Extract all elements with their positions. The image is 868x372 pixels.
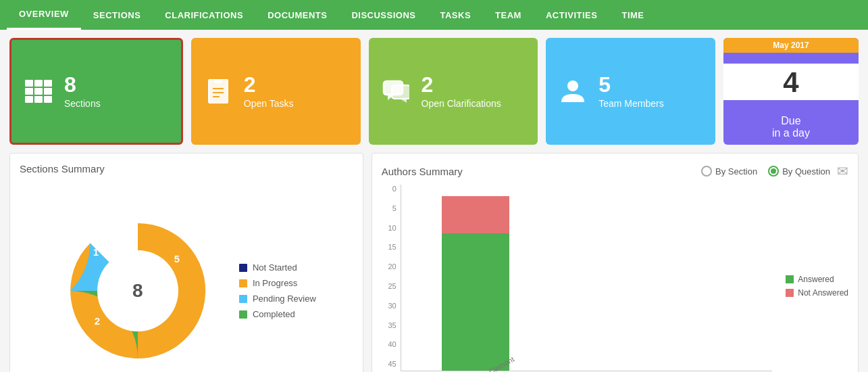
sections-icon [24, 80, 53, 103]
bar-legend-dot-answered [786, 275, 794, 283]
sections-text: 8 Sections [64, 74, 101, 109]
team-icon [558, 79, 588, 103]
svg-rect-0 [25, 80, 33, 87]
radio-outer-question [768, 166, 779, 177]
legend-completed: Completed [239, 309, 316, 319]
svg-rect-18 [392, 85, 409, 99]
clarifications-label: Open Clarifications [422, 98, 501, 109]
radio-group: By Section By Question [701, 166, 830, 177]
team-text: 5 Team Members [598, 74, 663, 109]
legend-label-not-started: Not Started [253, 262, 297, 273]
legend-label-in-progress: In Progress [253, 278, 297, 288]
legend-dot-in-progress [239, 279, 247, 287]
due-sublabel: in a day [772, 127, 810, 139]
bar-legend-label-answered: Answered [798, 275, 834, 284]
widgets-row: 8 Sections 2 Open Tasks [0, 30, 868, 153]
nav-item-sections[interactable]: SECTIONS [81, 0, 153, 30]
due-title: Due in a day [723, 111, 859, 145]
svg-text:5: 5 [174, 253, 180, 264]
svg-rect-3 [25, 88, 33, 95]
svg-rect-5 [44, 88, 52, 95]
radio-outer-section [701, 166, 712, 177]
nav-item-tasks[interactable]: TASKS [428, 0, 483, 30]
sections-label: Sections [64, 98, 101, 109]
bar-legend-dot-not-answered [786, 289, 794, 297]
main-panels: Sections Summary [0, 153, 868, 372]
bar-chart-inner: 50 45 40 35 30 25 20 15 10 5 0 [382, 185, 848, 372]
svg-rect-1 [34, 80, 43, 87]
authors-summary-panel: Authors Summary By Section By Question ✉ [372, 153, 859, 372]
svg-rect-11 [214, 79, 222, 83]
sections-summary-panel: Sections Summary [9, 153, 363, 372]
svg-rect-8 [44, 96, 52, 103]
nav-item-team[interactable]: TEAM [483, 0, 534, 30]
nav-item-time[interactable]: TIME [609, 0, 656, 30]
bar-legend-not-answered: Not Answered [786, 288, 848, 298]
clarifications-widget[interactable]: 2 Open Clarifications [369, 38, 538, 145]
svg-rect-4 [34, 88, 43, 95]
authors-title: Authors Summary [382, 166, 694, 177]
nav-item-activities[interactable]: ACTIVITIES [534, 0, 610, 30]
clarifications-text: 2 Open Clarifications [422, 74, 501, 109]
bar-legend: Answered Not Answered [772, 185, 848, 372]
svg-rect-7 [34, 96, 43, 103]
bar-group-mark [442, 185, 509, 371]
due-day: 4 [723, 64, 859, 100]
svg-rect-2 [44, 80, 52, 87]
chart-body: Mark Clement [401, 185, 773, 372]
sections-summary-title: Sections Summary [20, 163, 353, 175]
tasks-widget[interactable]: 2 Open Tasks [191, 38, 361, 145]
team-label: Team Members [598, 98, 663, 109]
radio-by-question[interactable]: By Question [768, 166, 830, 177]
bar-chart-area: 50 45 40 35 30 25 20 15 10 5 0 [382, 185, 848, 372]
svg-point-21 [567, 80, 578, 91]
sections-widget[interactable]: 8 Sections [9, 38, 183, 145]
tasks-icon [203, 79, 233, 103]
nav-item-documents[interactable]: DOCUMENTS [255, 0, 339, 30]
legend-pending-review: Pending Review [239, 294, 316, 304]
tasks-text: 2 Open Tasks [244, 74, 294, 109]
svg-text:2: 2 [95, 315, 100, 327]
svg-rect-6 [25, 96, 33, 103]
legend-dot-pending [239, 295, 247, 303]
donut-container: 5 1 2 8 Not Started In Progress [20, 183, 353, 372]
bar-legend-answered: Answered [786, 275, 848, 284]
nav-item-clarifications[interactable]: CLARIFICATIONS [153, 0, 255, 30]
nav-item-overview[interactable]: OVERVIEW [7, 0, 81, 30]
due-widget[interactable]: May 2017 4 Due in a day [723, 38, 859, 145]
radio-by-section[interactable]: By Section [701, 166, 757, 177]
email-icon[interactable]: ✉ [837, 163, 848, 179]
clarifications-number: 2 [422, 74, 501, 95]
donut-center-label: 8 [132, 280, 143, 302]
legend-label-completed: Completed [253, 309, 295, 319]
y-axis: 50 45 40 35 30 25 20 15 10 5 0 [382, 185, 401, 372]
bars-area [401, 185, 773, 371]
bar-answered [442, 233, 509, 371]
sections-number: 8 [64, 74, 101, 95]
nav-item-discussions[interactable]: DISCUSSIONS [339, 0, 428, 30]
radio-inner-question [771, 168, 776, 174]
legend-not-started: Not Started [239, 262, 316, 273]
main-nav: OVERVIEWSECTIONSCLARIFICATIONSDOCUMENTSD… [0, 0, 868, 30]
team-widget[interactable]: 5 Team Members [546, 38, 715, 145]
bar-legend-label-not-answered: Not Answered [798, 288, 848, 298]
tasks-label: Open Tasks [244, 98, 294, 109]
authors-header: Authors Summary By Section By Question ✉ [382, 163, 848, 179]
svg-marker-20 [400, 99, 407, 103]
due-month: May 2017 [723, 38, 859, 53]
donut-legend: Not Started In Progress Pending Review C… [239, 262, 316, 319]
legend-label-pending: Pending Review [253, 294, 316, 304]
radio-label-question: By Question [782, 166, 830, 177]
radio-label-section: By Section [715, 166, 757, 177]
svg-text:1: 1 [93, 246, 99, 258]
tasks-number: 2 [244, 74, 294, 95]
legend-dot-not-started [239, 264, 247, 272]
legend-in-progress: In Progress [239, 278, 316, 288]
clarifications-icon [381, 80, 411, 103]
bar-not-answered [442, 196, 509, 233]
legend-dot-completed [239, 310, 247, 319]
donut-chart: 5 1 2 8 [57, 210, 219, 372]
team-number: 5 [598, 74, 663, 95]
